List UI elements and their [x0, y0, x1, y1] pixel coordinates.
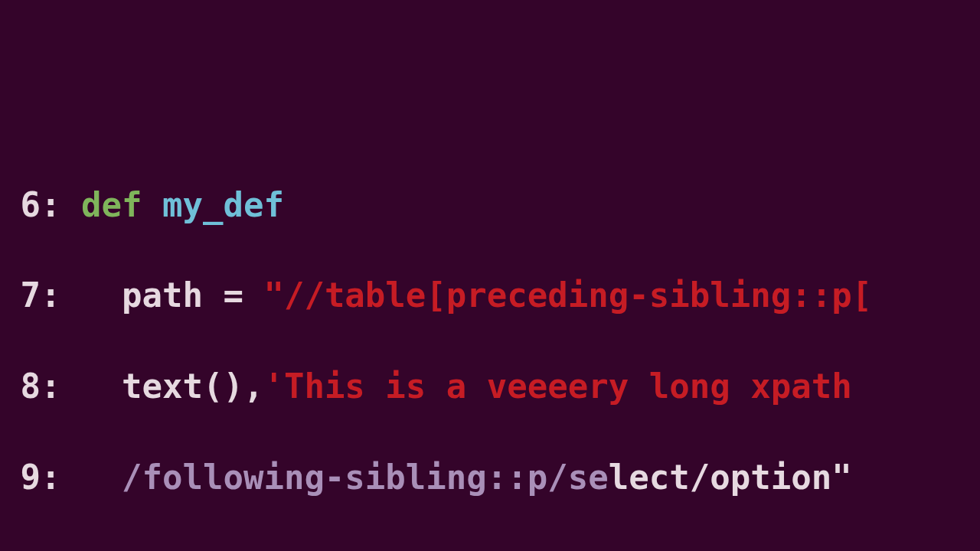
line-number: 7:: [0, 276, 60, 315]
terminal-screen[interactable]: 6: def my_def 7: path = "//table[precedi…: [0, 0, 980, 551]
string-literal: "//table[preceding-sibling::p[: [263, 276, 872, 315]
code-line: 6: def my_def: [0, 182, 980, 227]
line-number: 6:: [0, 185, 60, 224]
code-line: 10: binding.pry: [0, 546, 980, 551]
line-number: 8:: [0, 367, 60, 406]
code-line: 7: path = "//table[preceding-sibling::p[: [0, 272, 980, 318]
line-number: 9:: [0, 458, 60, 497]
blank-row: [0, 91, 980, 136]
code-line: 8: text(),'This is a veeeery long xpath: [0, 364, 980, 409]
method-name: my_def: [162, 185, 284, 224]
regex-segment: /following-sibling::p/se: [122, 458, 609, 497]
string-literal: 'This is a veeeery long xpath: [263, 367, 851, 406]
code-line: 9: /following-sibling::p/select/option": [0, 455, 980, 500]
keyword-def: def: [81, 185, 162, 224]
